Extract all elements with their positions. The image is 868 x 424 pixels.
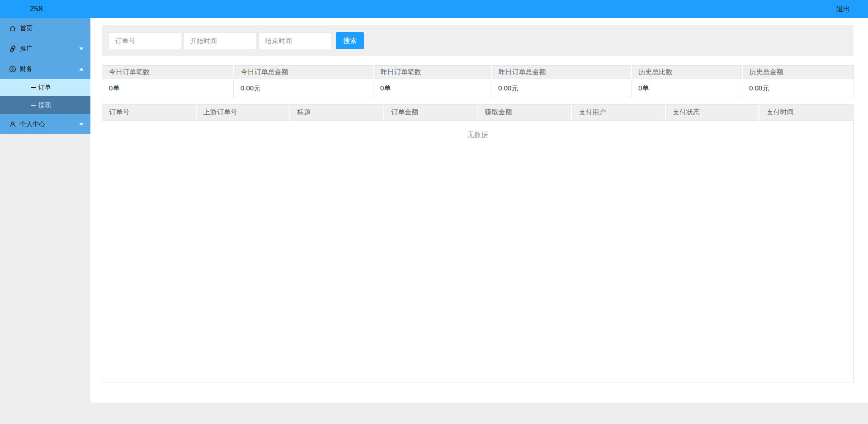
stats-header: 今日订单总金额 xyxy=(234,66,373,79)
svg-text:$: $ xyxy=(11,66,14,71)
topbar: 258 退出 xyxy=(0,0,868,18)
orders-header: 订单金额 xyxy=(384,105,478,120)
chevron-up-icon xyxy=(79,68,84,71)
stats-value-row: 0单 0.00元 0单 0.00元 0单 0.00元 xyxy=(102,79,854,98)
sidebar-item-withdraw[interactable]: 提现 xyxy=(0,96,90,114)
orders-header: 赚取金额 xyxy=(478,105,572,120)
sidebar-item-label: 提现 xyxy=(38,101,51,109)
stats-value: 0.00元 xyxy=(234,79,373,98)
sidebar-item-profile[interactable]: 个人中心 xyxy=(0,114,90,134)
user-icon xyxy=(9,121,16,128)
orders-header: 订单号 xyxy=(102,105,196,120)
stats-header: 历史总比数 xyxy=(632,66,742,79)
stats-value: 0单 xyxy=(632,79,742,98)
empty-data-text: 无数据 xyxy=(102,121,853,139)
search-panel: 搜索 xyxy=(102,25,854,56)
brand-text: 258 xyxy=(30,5,42,14)
stats-value: 0单 xyxy=(373,79,491,98)
logout-button[interactable]: 退出 xyxy=(836,5,850,14)
sidebar-item-promotion[interactable]: 推广 xyxy=(0,38,90,59)
stats-header: 昨日订单笔数 xyxy=(373,66,491,79)
start-time-input[interactable] xyxy=(183,32,256,49)
stats-header: 历史总金额 xyxy=(742,66,854,79)
order-no-input[interactable] xyxy=(108,32,181,49)
home-icon xyxy=(9,25,16,32)
chevron-down-icon xyxy=(79,123,84,126)
stats-value: 0.00元 xyxy=(491,79,632,98)
orders-header: 支付状态 xyxy=(665,105,760,120)
dash-icon xyxy=(31,87,36,88)
sidebar: 首页 推广 $ 财务 订单 xyxy=(0,18,90,403)
chevron-down-icon xyxy=(79,47,84,50)
link-icon xyxy=(9,45,16,52)
sidebar-item-orders[interactable]: 订单 xyxy=(0,79,90,96)
stats-value: 0单 xyxy=(102,79,234,98)
sidebar-item-home[interactable]: 首页 xyxy=(0,18,90,38)
search-button[interactable]: 搜索 xyxy=(336,32,364,49)
stats-header: 昨日订单总金额 xyxy=(491,66,632,79)
orders-header: 上游订单号 xyxy=(196,105,290,120)
sidebar-item-label: 订单 xyxy=(38,84,51,92)
sidebar-item-label: 个人中心 xyxy=(20,120,45,128)
end-time-input[interactable] xyxy=(258,32,331,49)
dash-icon xyxy=(31,105,36,106)
sidebar-item-finance[interactable]: $ 财务 xyxy=(0,59,90,79)
sidebar-item-label: 首页 xyxy=(20,24,33,33)
orders-header-row: 订单号 上游订单号 标题 订单金额 赚取金额 支付用户 支付状态 支付时间 xyxy=(102,105,853,120)
finance-icon: $ xyxy=(9,66,16,73)
stats-value: 0.00元 xyxy=(742,79,854,98)
orders-header: 标题 xyxy=(290,105,384,120)
sidebar-item-label: 财务 xyxy=(20,65,33,73)
stats-header-row: 今日订单笔数 今日订单总金额 昨日订单笔数 昨日订单总金额 历史总比数 历史总金… xyxy=(102,66,854,79)
stats-table: 今日订单笔数 今日订单总金额 昨日订单笔数 昨日订单总金额 历史总比数 历史总金… xyxy=(102,65,854,98)
orders-table-container: 订单号 上游订单号 标题 订单金额 赚取金额 支付用户 支付状态 支付时间 无数… xyxy=(102,104,854,382)
main-content: 搜索 今日订单笔数 今日订单总金额 昨日订单笔数 昨日订单总金额 历史总比数 历… xyxy=(90,18,868,403)
orders-header: 支付用户 xyxy=(571,105,665,120)
orders-table: 订单号 上游订单号 标题 订单金额 赚取金额 支付用户 支付状态 支付时间 xyxy=(102,105,853,121)
stats-header: 今日订单笔数 xyxy=(102,66,234,79)
orders-header: 支付时间 xyxy=(759,105,853,120)
sidebar-item-label: 推广 xyxy=(20,45,33,53)
